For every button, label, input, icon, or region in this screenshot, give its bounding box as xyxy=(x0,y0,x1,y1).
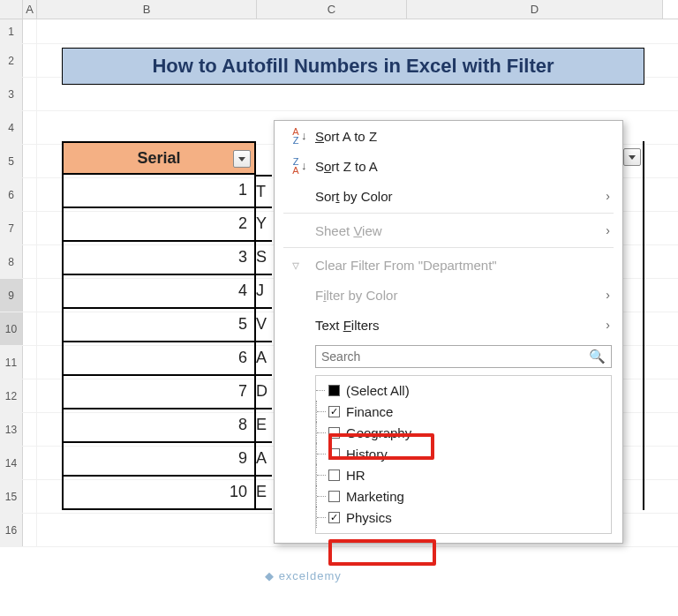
clear-filter: ▿ Clear Filter From "Department" xyxy=(275,250,622,280)
clear-filter-label: Clear Filter From "Department" xyxy=(315,258,497,273)
checkbox-icon xyxy=(328,448,340,460)
checkbox-icon xyxy=(328,427,340,439)
row-label-1[interactable]: 1 xyxy=(0,19,23,43)
serial-header: Serial xyxy=(62,141,256,175)
sort-az-label: Sort A to Z xyxy=(315,129,377,144)
chevron-right-icon: › xyxy=(606,223,610,237)
chevron-right-icon: › xyxy=(606,189,610,203)
serial-cell-4[interactable]: 4 xyxy=(62,275,256,309)
checkbox-icon xyxy=(328,406,340,417)
select-all-corner[interactable] xyxy=(0,0,23,19)
clear-filter-icon: ▿ xyxy=(285,257,306,274)
department-filter-button[interactable] xyxy=(623,148,641,166)
filter-dropdown-menu: AZ ↓ Sort A to Z ZA ↓ Sort Z to A Sort b… xyxy=(274,120,623,544)
serial-cell-5[interactable]: 5 xyxy=(62,309,256,342)
check-marketing[interactable]: Marketing xyxy=(321,485,606,507)
checkbox-icon xyxy=(328,385,340,396)
sort-z-to-a[interactable]: ZA ↓ Sort Z to A xyxy=(275,151,622,181)
row-label-2[interactable]: 2 xyxy=(0,44,23,77)
sort-za-label: Sort Z to A xyxy=(315,159,378,174)
check-geography[interactable]: Geography xyxy=(321,422,606,443)
check-hr[interactable]: HR xyxy=(321,464,606,485)
row-1: 1 xyxy=(0,19,678,44)
check-select-all[interactable]: (Select All) xyxy=(321,379,606,401)
partial-column-c: T Y S J V A D E A E xyxy=(256,175,272,510)
col-header-D[interactable]: D xyxy=(407,0,663,19)
chevron-right-icon: › xyxy=(606,318,610,332)
check-finance[interactable]: Finance xyxy=(321,401,606,422)
checkbox-icon xyxy=(328,491,340,502)
watermark: ◆ exceldemy xyxy=(265,569,342,582)
serial-cell-9[interactable]: 9 xyxy=(62,443,256,477)
partial-6: A xyxy=(256,342,272,376)
row-label-10[interactable]: 10 xyxy=(0,312,23,345)
page-title: How to Autofill Numbers in Excel with Fi… xyxy=(62,48,644,85)
serial-cell-10[interactable]: 10 xyxy=(62,477,256,510)
sort-a-to-z[interactable]: AZ ↓ Sort A to Z xyxy=(275,121,622,151)
row-label-3[interactable]: 3 xyxy=(0,78,23,110)
serial-filter-button[interactable] xyxy=(233,150,251,168)
serial-cell-6[interactable]: 6 xyxy=(62,342,256,376)
menu-separator xyxy=(283,213,614,214)
col-header-A[interactable]: A xyxy=(23,0,37,19)
arrow-down-icon: ↓ xyxy=(301,159,307,172)
serial-cell-8[interactable]: 8 xyxy=(62,409,256,443)
serial-cell-3[interactable]: 3 xyxy=(62,242,256,275)
checkbox-icon xyxy=(328,470,340,481)
row-label-15[interactable]: 15 xyxy=(0,480,23,513)
text-filters[interactable]: Text Filters › xyxy=(275,310,622,340)
sheet-view-label: Sheet View xyxy=(315,223,382,238)
serial-cell-7[interactable]: 7 xyxy=(62,376,256,409)
partial-5: V xyxy=(256,309,272,342)
chevron-right-icon: › xyxy=(606,288,610,302)
partial-10: E xyxy=(256,477,272,510)
search-icon: 🔍 xyxy=(589,349,606,364)
filter-by-color: Filter by Color › xyxy=(275,280,622,310)
text-filters-label: Text Filters xyxy=(315,318,380,333)
partial-4: J xyxy=(256,275,272,309)
checkbox-icon xyxy=(328,512,340,523)
marketing-label: Marketing xyxy=(346,489,404,504)
serial-column: Serial 1 2 3 4 5 6 7 8 9 10 xyxy=(62,141,256,510)
partial-3: S xyxy=(256,242,272,275)
check-history[interactable]: History xyxy=(321,443,606,464)
col-header-B[interactable]: B xyxy=(37,0,257,19)
row-label-8[interactable]: 8 xyxy=(0,245,23,278)
physics-label: Physics xyxy=(346,510,392,525)
filter-checkbox-list: (Select All) Finance Geography History H… xyxy=(315,375,612,534)
search-input[interactable] xyxy=(321,349,589,364)
col-header-C[interactable]: C xyxy=(257,0,407,19)
row-label-11[interactable]: 11 xyxy=(0,346,23,379)
serial-cell-1[interactable]: 1 xyxy=(62,175,256,208)
table-right-border xyxy=(643,141,644,510)
menu-separator xyxy=(283,247,614,248)
partial-9: A xyxy=(256,443,272,477)
finance-label: Finance xyxy=(346,404,393,419)
row-label-6[interactable]: 6 xyxy=(0,178,23,211)
filter-color-label: Filter by Color xyxy=(315,288,397,303)
partial-7: D xyxy=(256,376,272,409)
serial-cell-2[interactable]: 2 xyxy=(62,208,256,242)
select-all-label: (Select All) xyxy=(346,383,410,398)
row-label-5[interactable]: 5 xyxy=(0,145,23,177)
history-label: History xyxy=(346,447,388,462)
geography-label: Geography xyxy=(346,425,411,440)
partial-2: Y xyxy=(256,208,272,242)
row-label-14[interactable]: 14 xyxy=(0,447,23,479)
row-label-13[interactable]: 13 xyxy=(0,413,23,446)
partial-1: T xyxy=(256,175,272,208)
row-label-4[interactable]: 4 xyxy=(0,111,23,144)
hr-label: HR xyxy=(346,468,365,483)
partial-8: E xyxy=(256,409,272,443)
check-physics[interactable]: Physics xyxy=(321,507,606,528)
row-label-9[interactable]: 9 xyxy=(0,279,23,312)
sort-by-color[interactable]: Sort by Color › xyxy=(275,181,622,211)
row-label-16[interactable]: 16 xyxy=(0,514,23,546)
sheet-view: Sheet View › xyxy=(275,215,622,245)
search-box[interactable]: 🔍 xyxy=(315,345,612,368)
row-label-12[interactable]: 12 xyxy=(0,379,23,412)
sort-color-label: Sort by Color xyxy=(315,189,393,204)
column-headers: A B C D xyxy=(0,0,678,19)
serial-header-text: Serial xyxy=(137,149,180,167)
row-label-7[interactable]: 7 xyxy=(0,212,23,244)
